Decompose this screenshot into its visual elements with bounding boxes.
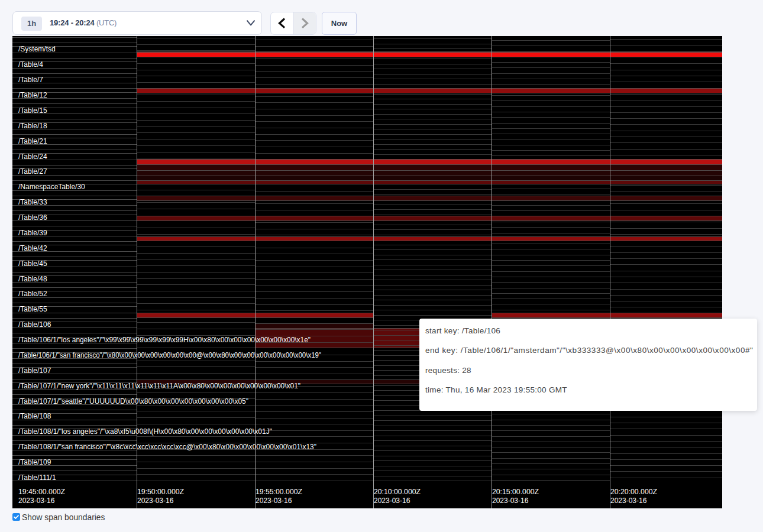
svg-text:/Table/55: /Table/55 <box>18 305 47 313</box>
svg-text:/Table/107/1/"seattle"/"UUUUUU: /Table/107/1/"seattle"/"UUUUUUD\x00\x80\… <box>18 397 248 406</box>
svg-text:2023-03-16: 2023-03-16 <box>137 497 174 505</box>
svg-text:/Table/27: /Table/27 <box>18 167 47 176</box>
svg-text:/Table/107/1/"new york"/"\x11\: /Table/107/1/"new york"/"\x11\x11\x11\x1… <box>18 382 300 390</box>
svg-text:2023-03-16: 2023-03-16 <box>18 497 55 505</box>
svg-text:/Table/106/1/"los angeles"/"\x: /Table/106/1/"los angeles"/"\x99\x99\x99… <box>18 336 311 344</box>
svg-text:/Table/21: /Table/21 <box>18 137 47 145</box>
svg-text:2023-03-16: 2023-03-16 <box>256 497 292 505</box>
svg-text:2023-03-16: 2023-03-16 <box>492 497 529 505</box>
svg-text:/Table/24: /Table/24 <box>18 153 47 161</box>
svg-text:/Table/15: /Table/15 <box>18 106 47 115</box>
svg-text:/Table/108: /Table/108 <box>18 412 51 420</box>
svg-text:/Table/36: /Table/36 <box>18 213 47 222</box>
svg-text:/NamespaceTable/30: /NamespaceTable/30 <box>18 183 85 191</box>
svg-text:/Table/42: /Table/42 <box>18 244 47 252</box>
svg-text:/Table/4: /Table/4 <box>18 60 43 69</box>
svg-text:19:50:00.000Z: 19:50:00.000Z <box>137 488 184 496</box>
svg-text:/Table/107: /Table/107 <box>18 366 51 375</box>
svg-text:/Table/106/1/"san francisco"/": /Table/106/1/"san francisco"/"\x80\x00\x… <box>18 351 321 359</box>
svg-text:/Table/52: /Table/52 <box>18 290 47 298</box>
svg-text:/Table/33: /Table/33 <box>18 198 47 206</box>
svg-text:/Table/45: /Table/45 <box>18 259 47 268</box>
svg-text:2023-03-16: 2023-03-16 <box>374 497 410 505</box>
svg-text:/Table/106: /Table/106 <box>18 320 51 329</box>
svg-text:/Table/109: /Table/109 <box>18 458 51 466</box>
svg-text:/Table/108/1/"los angeles"/"\x: /Table/108/1/"los angeles"/"\xa8\xf5\u00… <box>18 427 272 436</box>
svg-text:19:45:00.000Z: 19:45:00.000Z <box>18 488 65 496</box>
svg-text:/Table/108/1/"san francisco"/": /Table/108/1/"san francisco"/"\x8c\xcc\x… <box>18 443 316 451</box>
svg-text:/Table/7: /Table/7 <box>18 76 43 84</box>
svg-text:/Table/48: /Table/48 <box>18 275 47 283</box>
svg-text:/System/tsd: /System/tsd <box>18 45 56 53</box>
svg-text:/Table/39: /Table/39 <box>18 229 47 237</box>
svg-text:/Table/18: /Table/18 <box>18 122 47 130</box>
svg-text:/Table/12: /Table/12 <box>18 91 47 99</box>
svg-text:19:55:00.000Z: 19:55:00.000Z <box>256 488 302 496</box>
svg-text:2023-03-16: 2023-03-16 <box>610 497 647 505</box>
svg-text:20:10:00.000Z: 20:10:00.000Z <box>374 488 421 496</box>
svg-text:20:20:00.000Z: 20:20:00.000Z <box>610 488 657 496</box>
svg-text:/Table/111/1: /Table/111/1 <box>18 473 56 482</box>
svg-text:20:15:00.000Z: 20:15:00.000Z <box>492 488 539 496</box>
